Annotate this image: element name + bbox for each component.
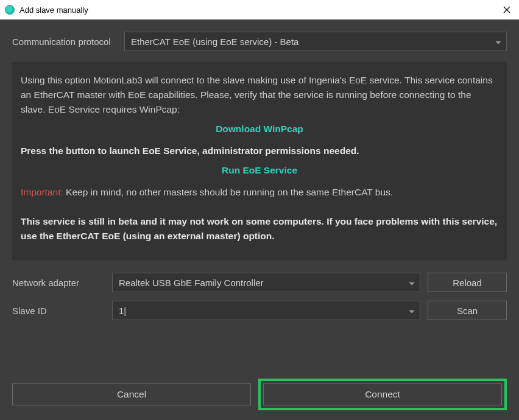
protocol-value: EtherCAT EoE (using EoE service) - Beta — [131, 37, 298, 47]
form-section: Network adapter Realtek USB GbE Family C… — [12, 273, 507, 329]
important-line: Important: Keep in mind, no other master… — [21, 185, 498, 200]
cancel-wrap: Cancel — [12, 379, 251, 410]
chevron-down-icon — [495, 37, 501, 47]
close-icon — [503, 6, 510, 13]
reload-button[interactable]: Reload — [428, 273, 507, 292]
protocol-label: Communication protocol — [12, 37, 124, 47]
footer-buttons: Cancel Connect — [12, 379, 507, 410]
beta-warning: This service is still in beta and it may… — [21, 214, 498, 243]
chevron-down-icon — [409, 278, 415, 288]
chevron-down-icon — [409, 306, 415, 316]
titlebar: Add slave manually — [0, 0, 519, 19]
connect-highlight: Connect — [258, 379, 507, 410]
content-area: Communication protocol EtherCAT EoE (usi… — [0, 19, 519, 420]
dialog-window: Add slave manually Communication protoco… — [0, 0, 519, 420]
vertical-spacer — [12, 329, 507, 379]
slave-id-value: 1 — [119, 306, 126, 316]
slave-id-label: Slave ID — [12, 306, 112, 316]
scan-button[interactable]: Scan — [428, 301, 507, 320]
window-title: Add slave manually — [19, 5, 88, 15]
close-button[interactable] — [501, 4, 513, 16]
app-icon — [5, 5, 15, 15]
slave-id-dropdown[interactable]: 1 — [112, 301, 420, 320]
download-winpcap-link[interactable]: Download WinPcap — [21, 122, 498, 136]
network-adapter-dropdown[interactable]: Realtek USB GbE Family Controller — [112, 273, 420, 292]
slave-id-row: Slave ID 1 Scan — [12, 301, 507, 320]
info-panel: Using this option MotionLab3 will connec… — [12, 62, 507, 261]
connect-button[interactable]: Connect — [263, 383, 502, 405]
network-adapter-label: Network adapter — [12, 278, 112, 288]
network-adapter-value: Realtek USB GbE Family Controller — [119, 278, 264, 288]
protocol-row: Communication protocol EtherCAT EoE (usi… — [12, 32, 507, 51]
protocol-dropdown[interactable]: EtherCAT EoE (using EoE service) - Beta — [124, 32, 507, 51]
launch-instruction: Press the button to launch EoE Service, … — [21, 144, 498, 158]
important-text: Keep in mind, no other masters should be… — [63, 187, 393, 197]
network-adapter-row: Network adapter Realtek USB GbE Family C… — [12, 273, 507, 292]
run-eoe-service-link[interactable]: Run EoE Service — [21, 163, 498, 178]
cancel-button[interactable]: Cancel — [12, 383, 251, 405]
spacer-line — [21, 205, 498, 209]
important-label: Important: — [21, 187, 63, 197]
info-description: Using this option MotionLab3 will connec… — [21, 73, 498, 117]
